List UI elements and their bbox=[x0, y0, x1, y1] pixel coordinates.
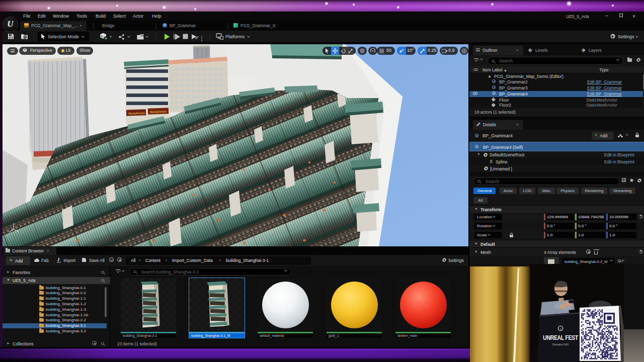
svg-text:u: u bbox=[560, 328, 561, 330]
svg-text:WackyDonuts: WackyDonuts bbox=[150, 110, 167, 113]
svg-text:WackyDonuts: WackyDonuts bbox=[128, 111, 145, 115]
svg-text:Shanghai 2025: Shanghai 2025 bbox=[552, 343, 569, 346]
svg-text:UNREAL FEST: UNREAL FEST bbox=[543, 334, 579, 341]
